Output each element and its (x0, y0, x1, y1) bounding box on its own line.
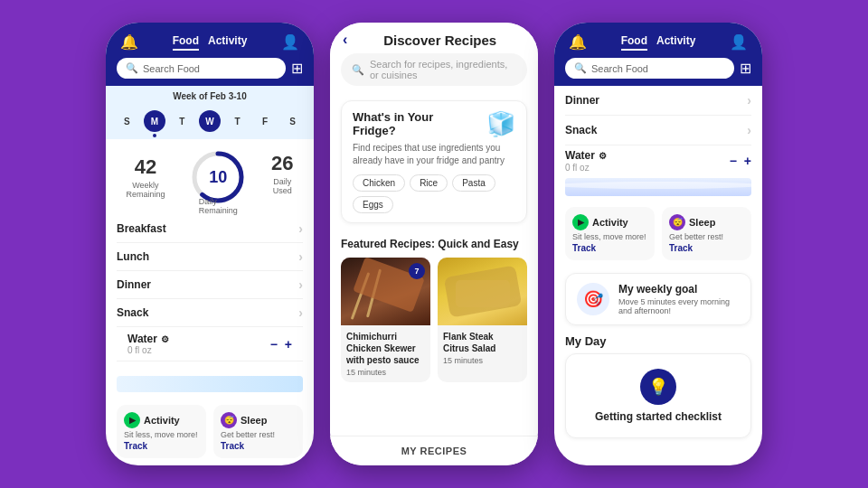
daily-used-label: DailyUsed (271, 177, 293, 195)
sleep-icon: 😴 (221, 412, 237, 428)
chevron-icon: › (747, 123, 751, 137)
goal-desc: Move 5 minutes every morning and afterno… (618, 297, 740, 315)
day-wed[interactable]: W (199, 110, 221, 132)
activity-desc: Sit less, move more! (124, 430, 199, 439)
ingredient-tags: Chicken Rice Pasta Eggs (353, 174, 515, 213)
bell-icon: 🔔 (120, 33, 138, 51)
my-recipes-bar[interactable]: MY RECIPES (330, 436, 538, 465)
p3-activity-icon: ▶ (572, 214, 589, 230)
back-button[interactable]: ‹ (343, 32, 347, 48)
p3-activity-card: ▶ Activity Sit less, move more! Track (565, 207, 655, 260)
recipe-time-1: 15 minutes (346, 368, 425, 377)
recipe-card-2[interactable]: Flank Steak Citrus Salad 15 minutes (438, 258, 527, 382)
gear-icon[interactable]: ⚙ (161, 334, 169, 344)
fridge-desc: Find recipes that use ingredients you al… (353, 142, 515, 167)
activity-track-link[interactable]: Track (124, 441, 199, 451)
p3-meal-list: Dinner › Snack › (554, 86, 762, 145)
flank-steak-img (438, 258, 527, 325)
p3-activity-track-link[interactable]: Track (572, 243, 647, 253)
meal-lunch[interactable]: Lunch › (117, 243, 303, 271)
meal-breakfast[interactable]: Breakfast › (117, 215, 303, 243)
p3-water-controls: − + (730, 154, 751, 168)
activity-sleep-section: ▶ Activity Sit less, move more! Track 😴 … (106, 398, 314, 465)
meal-list: Breakfast › Lunch › Dinner › Snack › (106, 215, 314, 376)
sleep-title: 😴 Sleep (221, 412, 296, 428)
search-input[interactable]: 🔍 Search Food (117, 58, 286, 79)
p3-water-decrease-button[interactable]: − (730, 154, 737, 168)
tag-rice[interactable]: Rice (410, 174, 448, 192)
day-fri[interactable]: F (254, 110, 276, 132)
recipe-card-1[interactable]: 7 Chimichurri Chicken Skewer with pesto … (341, 258, 430, 382)
p3-water-increase-button[interactable]: + (744, 154, 751, 168)
meal-snack[interactable]: Snack › (117, 299, 303, 327)
p3-sleep-track-link[interactable]: Track (669, 243, 744, 253)
chevron-icon: › (298, 305, 303, 320)
meal-snack-label: Snack (117, 306, 148, 319)
recipe-img-1: 7 (341, 258, 430, 325)
p3-meal-dinner[interactable]: Dinner › (565, 86, 751, 116)
water-controls: − + (270, 337, 292, 352)
tag-pasta[interactable]: Pasta (452, 174, 495, 192)
recipe-cards: 7 Chimichurri Chicken Skewer with pesto … (341, 258, 527, 382)
fridge-icon: 🧊 (486, 110, 515, 138)
day-sat[interactable]: S (282, 110, 304, 132)
phone3-body: Dinner › Snack › Water ⚙ 0 fl oz (554, 86, 762, 465)
chevron-icon: › (298, 221, 303, 236)
meal-lunch-label: Lunch (117, 250, 149, 263)
p3-meal-snack[interactable]: Snack › (565, 116, 751, 145)
water-wave (117, 376, 303, 392)
water-row: Water ⚙ 0 fl oz − + (117, 327, 303, 361)
meal-dinner[interactable]: Dinner › (117, 271, 303, 299)
p3-activity-desc: Sit less, move more! (572, 232, 647, 241)
day-sun[interactable]: S (116, 110, 137, 132)
p3-water-label: Water ⚙ (565, 149, 607, 162)
search-icon: 🔍 (126, 62, 138, 74)
tab-food[interactable]: Food (173, 34, 199, 51)
p3-activity-title: ▶ Activity (572, 214, 647, 230)
water-label: Water ⚙ (127, 333, 169, 345)
water-amount: 0 fl oz (127, 345, 169, 355)
day-mon[interactable]: M (144, 110, 165, 132)
water-increase-button[interactable]: + (285, 337, 292, 352)
meal-dinner-label: Dinner (117, 278, 151, 291)
tab-activity[interactable]: Activity (656, 34, 695, 51)
bell-icon: 🔔 (569, 33, 587, 51)
tab-activity[interactable]: Activity (208, 34, 247, 51)
tag-chicken[interactable]: Chicken (353, 174, 405, 192)
meal-breakfast-label: Breakfast (117, 222, 166, 235)
checklist-icon: 💡 (640, 369, 676, 405)
recipe-search-input[interactable]: 🔍 Search for recipes, ingredients, or cu… (341, 53, 527, 86)
day-thu[interactable]: T (227, 110, 249, 132)
activity-icon: ▶ (124, 412, 140, 428)
phone-3: 🔔 Food Activity 👤 🔍 Search Food ⊞ Dinner… (554, 23, 762, 465)
search-input-3[interactable]: 🔍 Search Food (565, 58, 734, 79)
p3-sleep-desc: Get better rest! (669, 232, 744, 241)
water-decrease-button[interactable]: − (270, 337, 278, 352)
tag-eggs[interactable]: Eggs (353, 196, 393, 213)
barcode-icon[interactable]: ⊞ (291, 60, 303, 77)
barcode-icon[interactable]: ⊞ (740, 60, 751, 77)
chevron-icon: › (298, 277, 303, 292)
checklist-title: Getting started checklist (577, 410, 740, 423)
p3-activity-sleep: ▶ Activity Sit less, move more! Track 😴 … (554, 200, 762, 267)
day-tue[interactable]: T (171, 110, 193, 132)
recipe-info-2: Flank Steak Citrus Salad 15 minutes (438, 325, 527, 371)
search-icon: 🔍 (352, 64, 364, 76)
p3-water-amount: 0 fl oz (565, 163, 607, 173)
nav-tabs: Food Activity (621, 34, 696, 51)
recipe-time-2: 15 minutes (443, 356, 522, 365)
tab-food[interactable]: Food (621, 34, 647, 51)
checklist-card: 💡 Getting started checklist (565, 353, 751, 438)
sleep-track-link[interactable]: Track (221, 441, 296, 451)
p3-water-section: Water ⚙ 0 fl oz − + (554, 145, 762, 176)
p3-water-row: Water ⚙ 0 fl oz − + (565, 149, 751, 173)
gear-icon[interactable]: ⚙ (599, 151, 607, 161)
recipe-name-1: Chimichurri Chicken Skewer with pesto sa… (346, 331, 425, 366)
chevron-icon: › (298, 249, 303, 264)
stat-daily-used: 26 DailyUsed (271, 152, 293, 195)
stat-weekly: 42 WeeklyRemaining (126, 155, 165, 199)
weekly-goal-card: 🎯 My weekly goal Move 5 minutes every mo… (565, 273, 751, 325)
recipe-badge-1: 7 (409, 263, 425, 279)
my-day-title: My Day (565, 334, 751, 348)
p3-sleep-icon: 😴 (669, 214, 685, 230)
